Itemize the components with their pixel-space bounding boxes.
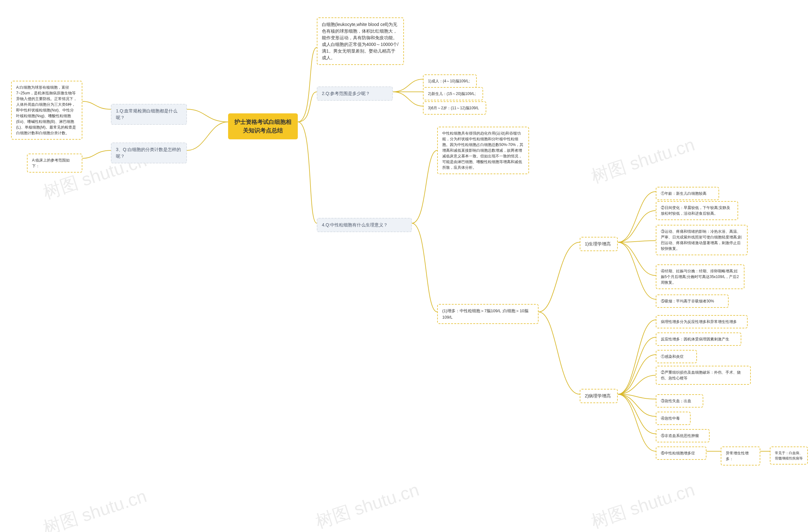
q4-increase-node: (1)增多：中性粒细胞＞7脳109/L ;白细胞＞10脳109/L xyxy=(437,304,538,324)
q3-answer-node: A:临床上的参考范围如下： xyxy=(27,154,82,173)
q1-answer-node: A:白细胞为球形有核细胞，直径7~25um，是机体抵御病原微生物等异物入侵的主要… xyxy=(11,81,82,140)
path-p3-node: ①感染和炎症 xyxy=(656,350,697,363)
phys-p1-node: ①年龄：新生儿白细胞较高 xyxy=(656,187,719,200)
phys-p4-node: ④经期、妊娠与分娩：经期、排卵期略增高;妊娠5个月后增高;分娩时可高达35x10… xyxy=(656,264,745,289)
path-abnormal-node: 异常增生性增多： xyxy=(721,447,760,466)
q3-node: 3、Q:白细胞的分类计数是怎样的呢？ xyxy=(111,142,187,163)
phys-node: 1)生理学增高 xyxy=(580,237,618,251)
watermark: 树图 shutu.cn xyxy=(588,478,698,532)
path-p2-node: 反应性增多：因机体受病理因素刺激产生 xyxy=(656,332,741,346)
q2-r2-node: 2)新生儿：(15～20)脳109/L; xyxy=(423,87,483,100)
watermark: 树图 shutu.cn xyxy=(40,484,150,532)
q2-node: 2.Q:参考范围是多少呢？ xyxy=(317,87,393,101)
path-p7-node: ⑤非造血系统恶性肿瘤 xyxy=(656,429,709,442)
phys-p2-node: ②日间变化：早晨较低，下午较高;安静及放松时较低，活动和进食后较高。 xyxy=(656,201,738,220)
path-abnormal-eg-node: 常见于：白血病、骨髓增殖性疾病等 xyxy=(770,447,808,465)
intro-node: 白细胞(leukocyte,white blood cell)为无色有核的球形细… xyxy=(317,17,404,65)
q2-r1-node: 1)成人：(4～10)脳109/L; xyxy=(423,74,477,88)
path-p5-node: ③急性失血；出血 xyxy=(656,394,703,408)
path-p8-node: ⑥中性粒细胞增多症 xyxy=(656,447,706,460)
path-node: 2)病理学增高 xyxy=(580,389,618,403)
q2-r3-node: 3)6月～2岁：(11～12)脳109/L xyxy=(423,101,486,115)
path-p6-node: ④急性中毒 xyxy=(656,412,691,425)
path-p1-node: 病理性增多分为反应性增多和异常增生性增多 xyxy=(656,315,748,328)
watermark: 树图 shutu.cn xyxy=(588,133,698,189)
q4-node: 4.Q:中性粒细胞有什么生理意义？ xyxy=(317,218,412,232)
path-p4-node: ②严重组织损伤及血细胞破坏：外伤、手术、烧伤、急性心梗等 xyxy=(656,366,751,385)
q1-node: 1.Q:血常规检测白细胞都是什么呢？ xyxy=(111,104,187,125)
root-node: 护士资格考试白细胞相关知识考点总结 xyxy=(228,113,298,139)
phys-p3-node: ③运动、疼痛和情绪的影响：冷热水浴、高温、严寒、日光或紫外线照射可使白细胞轻度增… xyxy=(656,225,748,255)
q4-desc-node: 中性粒细胞具有很强的趋化作用(运动)和吞噬功能，分为杆状核中性粒细胞和分叶核中性… xyxy=(437,127,529,174)
phys-p5-node: ⑤吸烟：平均高于非吸烟者30% xyxy=(656,295,729,308)
watermark: 树图 shutu.cn xyxy=(313,478,422,532)
